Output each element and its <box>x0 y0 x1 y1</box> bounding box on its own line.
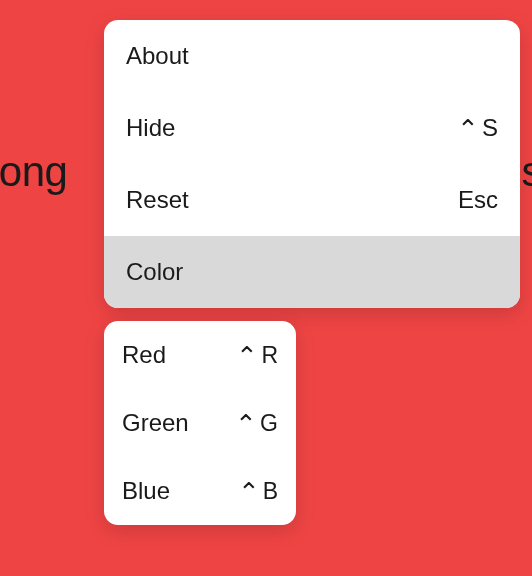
shortcut-key: R <box>261 342 278 369</box>
main-menu: About Hide ⌃ S Reset Esc Color <box>104 20 520 308</box>
submenu-item-shortcut: ⌃ B <box>238 478 278 505</box>
color-submenu: Red ⌃ R Green ⌃ G Blue ⌃ B <box>104 321 296 525</box>
control-symbol-icon: ⌃ <box>457 116 479 142</box>
submenu-item-red[interactable]: Red ⌃ R <box>104 321 296 389</box>
menu-item-color[interactable]: Color <box>104 236 520 308</box>
submenu-item-shortcut: ⌃ R <box>236 342 278 369</box>
control-symbol-icon: ⌃ <box>236 343 258 369</box>
menu-item-label: Color <box>126 258 183 286</box>
menu-item-label: About <box>126 42 189 70</box>
shortcut-key: G <box>260 410 278 437</box>
submenu-item-label: Red <box>122 341 166 369</box>
control-symbol-icon: ⌃ <box>235 411 257 437</box>
control-symbol-icon: ⌃ <box>238 479 260 505</box>
menu-item-label: Reset <box>126 186 189 214</box>
menu-item-reset[interactable]: Reset Esc <box>104 164 520 236</box>
submenu-item-label: Blue <box>122 477 170 505</box>
submenu-item-green[interactable]: Green ⌃ G <box>104 389 296 457</box>
menu-item-about[interactable]: About <box>104 20 520 92</box>
menu-item-shortcut: ⌃ S <box>457 114 498 142</box>
menu-item-label: Hide <box>126 114 175 142</box>
shortcut-key: B <box>263 478 278 505</box>
shortcut-key: S <box>482 114 498 142</box>
background-text-left: long <box>0 148 67 196</box>
submenu-item-shortcut: ⌃ G <box>235 410 278 437</box>
submenu-item-blue[interactable]: Blue ⌃ B <box>104 457 296 525</box>
background-text-right: s <box>522 148 533 196</box>
menu-item-hide[interactable]: Hide ⌃ S <box>104 92 520 164</box>
submenu-item-label: Green <box>122 409 189 437</box>
menu-item-shortcut: Esc <box>458 186 498 214</box>
